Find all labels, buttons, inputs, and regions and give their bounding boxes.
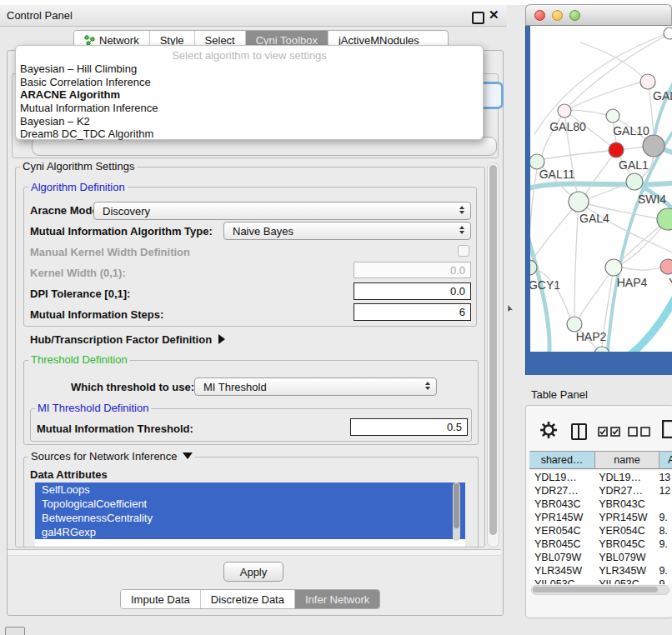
column-header-partial[interactable]: A — [659, 451, 672, 469]
window-close-button[interactable] — [534, 10, 545, 21]
network-node[interactable] — [660, 259, 672, 274]
mi-steps-field[interactable]: 6 — [354, 303, 471, 321]
table-cell: YIL053C — [594, 578, 656, 584]
data-attribute-item[interactable]: BetweennessCentrality — [35, 511, 465, 525]
cyni-algorithm-settings-title: Cyni Algorithm Settings — [20, 161, 137, 172]
mi-threshold-group-title: MI Threshold Definition — [35, 402, 151, 414]
data-attribute-item[interactable]: gal4RGexp — [35, 525, 465, 539]
table-cell: 9. — [656, 564, 672, 578]
settings-scrollbar-thumb[interactable] — [489, 165, 497, 535]
data-attribute-item[interactable]: SelfLoops — [35, 482, 465, 497]
table-row[interactable]: YLR345WYLR345W9. — [529, 564, 672, 578]
attributes-scrollbar-thumb[interactable] — [454, 483, 459, 528]
table-cell: 9. — [656, 538, 672, 551]
bottom-tabs: Impute Data Discretize Data Infer Networ… — [120, 589, 380, 609]
network-node[interactable] — [558, 104, 571, 118]
table-hscrollbar[interactable] — [531, 585, 669, 595]
manual-kernel-checkbox[interactable] — [458, 245, 469, 257]
table-row[interactable]: YPR145WYPR145W9. — [529, 511, 672, 524]
collapsed-panel-icon[interactable] — [5, 627, 25, 635]
sources-title[interactable]: Sources for Network Inference — [28, 451, 195, 462]
tab-infer-network[interactable]: Infer Network — [295, 590, 379, 608]
kernel-width-field[interactable]: 0.0 — [354, 262, 471, 278]
table-cell: 12 — [656, 484, 672, 498]
table-row[interactable]: YDL19…YDL19…13 — [529, 471, 672, 484]
column-header-shared[interactable]: shared… — [529, 451, 595, 469]
table-cell — [656, 551, 672, 564]
network-edge — [614, 227, 659, 268]
which-threshold-label: Which threshold to use: — [71, 381, 194, 394]
table-cell: YBR045C — [529, 538, 594, 551]
table-row[interactable]: YER054CYER054C8. — [529, 524, 672, 538]
gear-icon[interactable] — [539, 421, 558, 439]
document-icon[interactable] — [662, 420, 672, 438]
close-icon[interactable]: ✕ — [489, 8, 499, 22]
algorithm-option[interactable]: Bayesian – Hill Climbing — [16, 62, 483, 76]
mi-type-label: Mutual Information Algorithm Type: — [30, 225, 213, 238]
network-node[interactable] — [664, 28, 672, 39]
network-edge — [574, 202, 579, 317]
table-cell: YPR145W — [594, 511, 656, 524]
data-attribute-item[interactable]: TopologicalCoefficient — [35, 497, 465, 511]
aracne-mode-select[interactable]: Discovery — [93, 202, 471, 220]
attributes-scrollbar[interactable] — [453, 482, 460, 541]
dpi-tolerance-label: DPI Tolerance [0,1]: — [30, 288, 130, 301]
table-cell: YLR345W — [594, 564, 656, 578]
table-row[interactable]: YBR045CYBR045C9. — [529, 538, 672, 551]
apply-button[interactable]: Apply — [223, 562, 283, 582]
split-view-icon[interactable] — [571, 423, 587, 440]
network-edge — [654, 76, 672, 136]
network-node[interactable] — [609, 142, 624, 158]
control-panel-title: Control Panel — [7, 9, 73, 22]
mi-threshold-field[interactable]: 0.5 — [350, 418, 468, 436]
window-zoom-button[interactable] — [569, 10, 580, 21]
mi-type-select[interactable]: Naive Bayes — [223, 222, 471, 240]
network-edge — [532, 202, 579, 261]
algorithm-option[interactable]: Dream8 DC_TDC Algorithm — [16, 128, 483, 141]
algorithm-options: Bayesian – Hill ClimbingBasic Correlatio… — [16, 62, 483, 141]
table-cell: YDR27… — [529, 484, 594, 498]
table-cell: YLR345W — [529, 564, 594, 578]
dpi-tolerance-field[interactable]: 0.0 — [354, 282, 471, 300]
table-hscrollbar-thumb[interactable] — [533, 587, 658, 592]
window-minimize-button[interactable] — [552, 10, 563, 21]
algorithm-option[interactable]: ARACNE Algorithm — [16, 88, 483, 102]
float-panel-icon[interactable] — [472, 12, 484, 24]
network-node-label: GAL4 — [579, 212, 609, 225]
checked-boxes-icon[interactable] — [598, 427, 621, 438]
network-node[interactable] — [569, 192, 589, 212]
network-node[interactable] — [640, 74, 655, 89]
network-node[interactable] — [643, 135, 664, 157]
algorithm-definition-title: Algorithm Definition — [28, 182, 128, 193]
algorithm-option[interactable]: Mutual Information Inference — [16, 102, 483, 115]
mouse-cursor — [507, 304, 515, 314]
settings-scrollbar[interactable] — [487, 162, 499, 548]
network-window-titlebar[interactable] — [525, 4, 672, 26]
network-edge — [530, 182, 672, 189]
algorithm-option[interactable]: Basic Correlation Inference — [16, 76, 483, 89]
kernel-width-label: Kernel Width (0,1): — [30, 267, 126, 280]
algorithm-option[interactable]: Bayesian – K2 — [16, 115, 483, 128]
unchecked-boxes-icon[interactable] — [628, 427, 651, 438]
tab-discretize-data[interactable]: Discretize Data — [201, 590, 295, 608]
hub-definition-toggle[interactable]: Hub/Transcription Factor Definition — [30, 333, 225, 347]
network-node[interactable] — [605, 259, 622, 276]
network-canvas[interactable]: GALGAL80GAL10GAL1GAL11SWI4GAL4GCY1HAP4YH… — [530, 26, 672, 352]
table-cell: YDL19… — [594, 471, 656, 484]
column-header-name[interactable]: name — [595, 451, 659, 469]
table-row[interactable]: YBR043CYBR043C — [529, 498, 672, 511]
network-edge — [544, 151, 609, 159]
table-row[interactable]: YDR27…YDR27…12 — [529, 484, 672, 498]
which-threshold-select[interactable]: MI Threshold — [194, 378, 437, 396]
data-attributes-label: Data Attributes — [30, 468, 108, 482]
network-node[interactable] — [626, 173, 643, 190]
table-cell: YBL079W — [594, 551, 656, 564]
tab-impute-data[interactable]: Impute Data — [121, 590, 201, 608]
table-row[interactable]: YIL053CYIL053C9 — [529, 578, 672, 584]
network-edge — [579, 268, 614, 318]
network-node[interactable] — [606, 109, 619, 122]
network-node-label: GAL11 — [539, 168, 575, 181]
table-cell: 9. — [656, 511, 672, 524]
algorithm-placeholder: Select algorithm to view settings — [16, 48, 483, 62]
table-row[interactable]: YBL079WYBL079W — [529, 551, 672, 564]
